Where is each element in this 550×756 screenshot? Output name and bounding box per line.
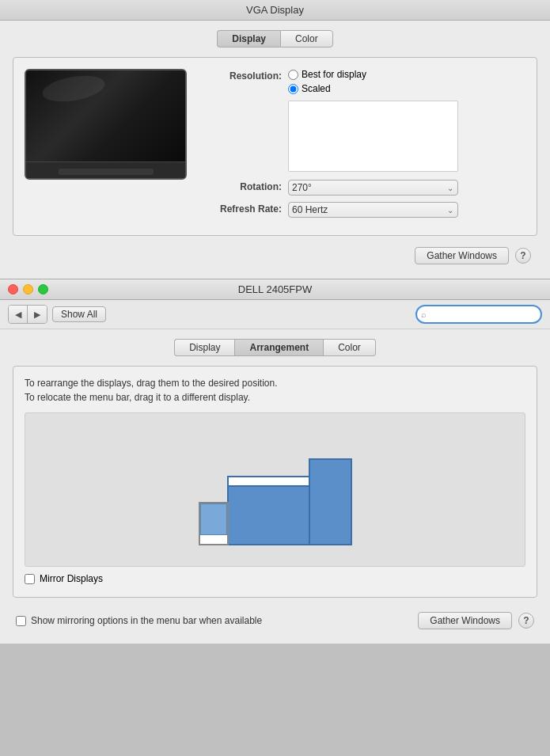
vga-tab-bar: Display Color — [13, 30, 537, 47]
display-block-wrapper — [199, 458, 352, 545]
tv-preview — [25, 69, 187, 180]
refresh-rate-select-wrapper: 60 Hertz — [288, 202, 458, 218]
vga-bottom-bar: Gather Windows ? — [13, 244, 537, 268]
nav-forward-button[interactable]: ▶ — [28, 306, 47, 323]
gather-windows-button[interactable]: Gather Windows — [415, 247, 509, 264]
refresh-rate-row: Refresh Rate: 60 Hertz — [203, 202, 525, 218]
traffic-lights — [8, 284, 48, 294]
dell-bottom-bar: Show mirroring options in the menu bar w… — [13, 606, 537, 633]
mirror-displays-row: Mirror Displays — [25, 567, 525, 587]
tab-display[interactable]: Display — [217, 30, 280, 47]
resolution-scaled-label[interactable]: Scaled — [302, 83, 331, 94]
rotation-select[interactable]: Standard 90° 180° 270° — [288, 180, 458, 196]
nav-buttons: ◀ ▶ — [8, 305, 47, 324]
arrangement-info-line2: To relocate the menu bar, drag it to a d… — [25, 390, 525, 405]
tv-stand-base — [26, 161, 185, 180]
resolution-best-label[interactable]: Best for display — [302, 69, 366, 80]
tab-arrangement[interactable]: Arrangement — [234, 339, 324, 356]
resolution-row: Resolution: Best for display Scaled — [203, 69, 525, 94]
dell-tab-bar: Display Arrangement Color — [13, 339, 537, 356]
dell-display-window: DELL 2405FPW ◀ ▶ Show All ⌕ Display Arra… — [0, 279, 550, 644]
vga-title-text: VGA Display — [246, 4, 304, 16]
rotation-label: Rotation: — [203, 180, 282, 192]
help-button-2[interactable]: ? — [518, 613, 534, 629]
display-block-medium[interactable] — [227, 476, 310, 545]
tv-stand — [59, 169, 154, 175]
arrangement-panel: To rearrange the displays, drag them to … — [13, 366, 537, 598]
tab-color[interactable]: Color — [280, 30, 333, 47]
tab-color-2[interactable]: Color — [324, 339, 376, 356]
mirror-displays-checkbox[interactable] — [25, 574, 35, 584]
minimize-button[interactable] — [23, 284, 33, 294]
arrangement-info-line1: To rearrange the displays, drag them to … — [25, 376, 525, 390]
maximize-button[interactable] — [38, 284, 48, 294]
nav-back-button[interactable]: ◀ — [9, 306, 28, 323]
mirror-options-row: Show mirroring options in the menu bar w… — [16, 615, 418, 626]
vga-display-window: VGA Display Display Color — [0, 0, 550, 279]
displays-canvas[interactable] — [25, 412, 525, 567]
search-input[interactable] — [415, 305, 542, 324]
dell-window-title: DELL 2405FPW — [238, 283, 312, 295]
arrangement-info: To rearrange the displays, drag them to … — [25, 376, 525, 405]
display-row: Resolution: Best for display Scaled — [25, 69, 525, 224]
help-button[interactable]: ? — [515, 248, 531, 264]
dell-bottom-right: Gather Windows ? — [418, 612, 534, 629]
resolution-label: Resolution: — [203, 69, 282, 82]
display-medium-menubar — [229, 477, 309, 487]
vga-content-panel: Resolution: Best for display Scaled — [13, 57, 537, 236]
rotation-select-wrapper: Standard 90° 180° 270° — [288, 180, 458, 196]
tv-screen — [26, 70, 185, 161]
scaled-preview-box — [288, 101, 458, 172]
gather-windows-button-2[interactable]: Gather Windows — [418, 612, 512, 629]
rotation-row: Rotation: Standard 90° 180° 270° — [203, 180, 525, 196]
show-mirroring-label[interactable]: Show mirroring options in the menu bar w… — [31, 615, 262, 626]
dell-window-body: Display Arrangement Color To rearrange t… — [0, 329, 550, 644]
settings-side: Resolution: Best for display Scaled — [203, 69, 525, 224]
resolution-best-radio[interactable] — [288, 70, 298, 80]
search-icon: ⌕ — [421, 310, 427, 319]
resolution-best-row: Best for display — [288, 69, 366, 80]
resolution-options: Best for display Scaled — [288, 69, 366, 94]
tv-shine — [40, 71, 107, 105]
resolution-scaled-row: Scaled — [288, 83, 366, 94]
refresh-rate-label: Refresh Rate: — [203, 202, 282, 215]
refresh-rate-select[interactable]: 60 Hertz — [288, 202, 458, 218]
show-all-button[interactable]: Show All — [52, 306, 106, 322]
display-small-inner — [200, 503, 227, 536]
vga-window-title: VGA Display — [0, 0, 550, 21]
close-button[interactable] — [8, 284, 18, 294]
show-mirroring-checkbox[interactable] — [16, 616, 26, 626]
resolution-scaled-radio[interactable] — [288, 84, 298, 94]
tab-display-2[interactable]: Display — [174, 339, 234, 356]
display-block-large[interactable] — [309, 458, 352, 545]
mirror-displays-label[interactable]: Mirror Displays — [40, 573, 103, 584]
dell-titlebar: DELL 2405FPW — [0, 279, 550, 300]
search-wrapper: ⌕ — [415, 305, 542, 324]
toolbar: ◀ ▶ Show All ⌕ — [0, 300, 550, 329]
display-block-small[interactable] — [199, 502, 229, 545]
